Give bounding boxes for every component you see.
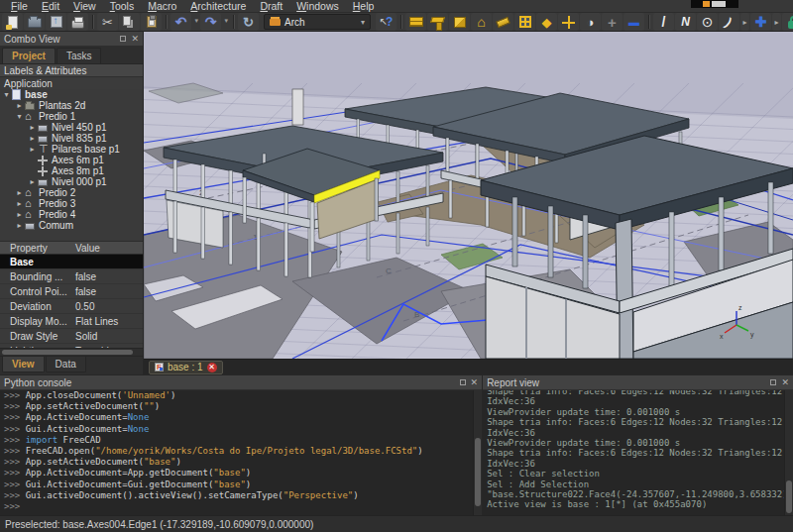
draft-circle-button[interactable] [697, 13, 718, 31]
arch-structure-button[interactable] [427, 13, 448, 31]
property-row-display-mo-[interactable]: Display Mo...Flat Lines [0, 314, 143, 329]
expander-icon[interactable]: ▸ [15, 210, 24, 219]
close-document-icon[interactable]: ✕ [207, 363, 217, 372]
open-file-button[interactable] [24, 13, 45, 31]
save-file-button[interactable] [46, 13, 66, 31]
menu-edit[interactable]: Edit [35, 0, 66, 13]
close-panel-icon[interactable]: ✕ [131, 35, 139, 44]
float-panel-icon[interactable] [460, 379, 466, 385]
arch-building-button[interactable] [471, 13, 492, 31]
tree-item-nivel-835-p1[interactable]: ▸Nivel 835 p1 [0, 133, 143, 144]
draft-arc-button[interactable] [719, 13, 739, 31]
tree-item-label: Comum [38, 220, 73, 231]
expander-icon[interactable]: ▾ [15, 112, 24, 121]
tree-item-plantas-2d[interactable]: ▸Plantas 2d [0, 100, 143, 111]
expander-icon[interactable]: ▸ [15, 199, 24, 208]
menu-draft[interactable]: Draft [253, 0, 289, 13]
property-row-bounding-[interactable]: Bounding ...false [0, 269, 143, 284]
hscroll-thumb[interactable] [2, 350, 133, 355]
menubar: FileEditViewToolsMacroArchitectureDraftW… [0, 0, 793, 13]
property-row-deviation[interactable]: Deviation0.50 [0, 299, 143, 314]
arch-add-button[interactable] [602, 13, 623, 31]
expander-icon[interactable]: ▸ [28, 145, 37, 154]
3d-viewport[interactable]: 2 1 C B [144, 32, 793, 359]
tree-item-pilares-base-p1[interactable]: ▸Pilares base p1 [0, 144, 143, 155]
tree-item-predio-3[interactable]: ▸Predio 3 [0, 198, 143, 209]
refresh-button[interactable] [238, 13, 259, 31]
arch-site-button[interactable] [493, 13, 513, 31]
close-panel-icon[interactable]: ✕ [471, 378, 479, 387]
copy-button[interactable] [119, 13, 140, 31]
toolbar-extend-arrow-icon[interactable]: ▸ [740, 13, 749, 31]
paste-button[interactable] [141, 13, 162, 31]
property-row-draw-style[interactable]: Draw StyleSolid [0, 329, 143, 344]
redo-button[interactable]: ▾ [200, 13, 221, 31]
draft-line-button[interactable] [653, 13, 674, 31]
tree-item-comum[interactable]: ▸Comum [0, 220, 143, 231]
report-scrollbar[interactable] [784, 390, 793, 515]
tab-data[interactable]: Data [46, 357, 86, 372]
arch-wall-button[interactable] [405, 13, 426, 31]
arch-window-button[interactable] [514, 13, 535, 31]
property-row-control-poi-[interactable]: Control Poi...false [0, 284, 143, 299]
menu-architecture[interactable]: Architecture [183, 0, 253, 13]
console-line: >>> App.closeDocument('Unnamed') [0, 390, 482, 401]
property-table: PropertyValueBaseBounding ...falseContro… [0, 241, 143, 348]
tab-project[interactable]: Project [2, 48, 56, 63]
tree-item-base[interactable]: ▾base [0, 89, 143, 100]
tree-item-nivel-000-p1[interactable]: ▸Nivel 000 p1 [0, 176, 143, 187]
undo-button[interactable]: ▾ [170, 13, 191, 31]
report-view-body[interactable]: Shape tria info: Faces:6 Edges:12 Nodes:… [483, 390, 793, 515]
console-scrollbar[interactable] [473, 390, 482, 515]
tree-item-predio-1[interactable]: ▾Predio 1 [0, 111, 143, 122]
arch-floor-button[interactable] [449, 13, 470, 31]
draft-move-icon [755, 15, 767, 29]
expander-icon[interactable]: ▸ [15, 101, 24, 110]
tree-item-axes-6m-p1[interactable]: Axes 6m p1 [0, 155, 143, 165]
expander-icon[interactable]: ▸ [28, 123, 37, 132]
arch-axis-button[interactable] [558, 13, 579, 31]
tree-item-label: Axes 6m p1 [51, 155, 104, 165]
menu-macro[interactable]: Macro [141, 0, 183, 13]
tree-item-predio-2[interactable]: ▸Predio 2 [0, 187, 143, 198]
toolbar-extend-arrow-icon[interactable]: ▸ [772, 13, 781, 31]
close-panel-icon[interactable]: ✕ [781, 378, 789, 387]
python-console-body[interactable]: >>> App.closeDocument('Unnamed')>>> App.… [0, 390, 482, 515]
property-hscrollbar[interactable] [0, 348, 143, 356]
expander-icon[interactable]: ▸ [28, 134, 37, 143]
expander-icon[interactable]: ▸ [15, 188, 24, 197]
arch-roof-button[interactable] [536, 13, 557, 31]
menu-help[interactable]: Help [346, 0, 382, 13]
tree-item-predio-4[interactable]: ▸Predio 4 [0, 209, 143, 220]
document-tab-base[interactable]: F base : 1 ✕ [149, 361, 223, 374]
float-panel-icon[interactable] [770, 379, 776, 385]
print-button[interactable] [67, 13, 88, 31]
draft-wire-button[interactable] [675, 13, 696, 31]
cut-button[interactable] [97, 13, 118, 31]
tree-root-application[interactable]: Application [0, 77, 143, 89]
expander-icon[interactable]: ▸ [15, 221, 24, 230]
report-line: Active view is base : 1[*] (at 0x455a070… [483, 499, 793, 509]
tree-item-axes-8m-p1[interactable]: Axes 8m p1 [0, 165, 143, 176]
arch-section-plane-button[interactable] [580, 13, 601, 31]
draft-move-button[interactable] [750, 13, 771, 31]
menu-view[interactable]: View [66, 0, 103, 13]
property-row-base[interactable]: Base [0, 255, 143, 269]
tab-tasks[interactable]: Tasks [57, 48, 102, 63]
tree-item-label: Predio 3 [38, 198, 75, 209]
new-file-button[interactable] [2, 13, 23, 31]
menu-windows[interactable]: Windows [289, 0, 346, 13]
structure-icon [38, 145, 48, 155]
toolbar: ▾▾Arch▾▸▸▸ [0, 13, 793, 32]
expander-icon[interactable]: ▾ [2, 90, 11, 99]
tab-view[interactable]: View [2, 357, 45, 372]
menu-tools[interactable]: Tools [103, 0, 142, 13]
arch-structure-icon [431, 16, 444, 29]
tree-item-nivel-450-p1[interactable]: ▸Nivel 450 p1 [0, 122, 143, 133]
whats-this-button[interactable] [376, 13, 396, 31]
float-panel-icon[interactable] [120, 36, 126, 42]
snap-lock-button[interactable] [782, 13, 793, 31]
menu-file[interactable]: File [4, 0, 35, 13]
arch-remove-button[interactable] [623, 13, 644, 31]
workbench-selector[interactable]: Arch▾ [264, 14, 371, 30]
